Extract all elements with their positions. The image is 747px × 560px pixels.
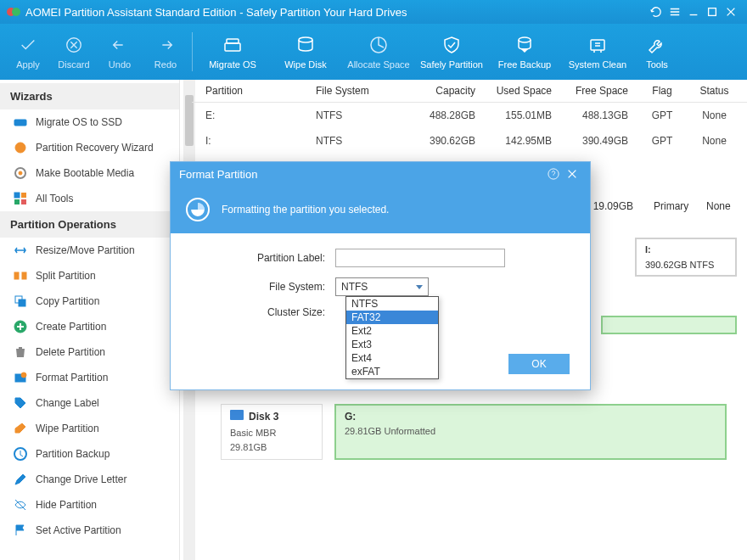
titlebar: AOMEI Partition Assistant Standard Editi… xyxy=(0,0,747,24)
table-row[interactable]: E: NTFS 488.28GB 155.01MB 488.13GB GPT N… xyxy=(192,103,747,128)
sidebar-item-label: Resize/Move Partition xyxy=(36,244,135,256)
sidebar-item-delete[interactable]: Delete Partition xyxy=(0,339,179,365)
table-row[interactable]: I: NTFS 390.62GB 142.95MB 390.49GB GPT N… xyxy=(192,128,747,154)
sidebar-item-copy[interactable]: Copy Partition xyxy=(0,288,179,314)
sidebar-item-driveletter[interactable]: Change Drive Letter xyxy=(0,467,179,492)
sidebar-item-label: Partition Backup xyxy=(36,448,110,460)
free-backup-button[interactable]: Free Backup xyxy=(488,24,561,80)
partition-box-g[interactable]: G: 29.81GB Unformatted xyxy=(334,404,727,460)
cell-stat: None xyxy=(691,109,738,121)
disk-size: 29.81GB xyxy=(230,442,267,452)
menu-icon[interactable] xyxy=(666,3,684,21)
undo-label: Undo xyxy=(109,59,131,70)
sidebar-item-alltools[interactable]: All Tools xyxy=(0,186,179,211)
sidebar-item-label: Change Label xyxy=(36,397,99,409)
sidebar-item-backup[interactable]: Partition Backup xyxy=(0,441,179,467)
col-capacity[interactable]: Capacity xyxy=(404,85,480,97)
sidebar-item-label: Create Partition xyxy=(36,321,106,333)
dialog-titlebar: Format Partition xyxy=(171,162,590,186)
minimize-icon[interactable] xyxy=(684,3,703,21)
partition-label-input[interactable] xyxy=(335,249,505,267)
apply-button[interactable]: Apply xyxy=(5,24,51,80)
migrate-icon xyxy=(222,34,244,56)
svg-rect-5 xyxy=(227,39,239,43)
dialog-title: Format Partition xyxy=(179,168,544,181)
sidebar-item-label: Change Drive Letter xyxy=(36,473,126,485)
col-free[interactable]: Free Space xyxy=(557,85,633,97)
sidebar-item-label: Wipe Partition xyxy=(36,423,99,434)
discard-label: Discard xyxy=(58,59,89,70)
grid-icon xyxy=(14,192,27,205)
fs-option-ntfs[interactable]: NTFS xyxy=(346,297,438,311)
cell-flag: GPT xyxy=(633,109,691,121)
svg-point-8 xyxy=(519,37,531,42)
create-icon xyxy=(14,320,27,333)
sidebar: Wizards Migrate OS to SSD Partition Reco… xyxy=(0,80,180,560)
undo-icon xyxy=(109,34,131,56)
sidebar-item-bootable[interactable]: Make Bootable Media xyxy=(0,160,179,186)
svg-rect-14 xyxy=(14,193,20,198)
col-flag[interactable]: Flag xyxy=(633,85,691,97)
shield-icon xyxy=(441,34,463,56)
partition-box-i[interactable]: I: 390.62GB NTFS xyxy=(635,238,737,277)
dialog-close-icon[interactable] xyxy=(563,165,581,183)
fs-option-exfat[interactable]: exFAT xyxy=(346,365,438,378)
tools-button[interactable]: Tools xyxy=(634,24,680,80)
sidebar-item-label: Partition Recovery Wizard xyxy=(36,142,154,154)
col-status[interactable]: Status xyxy=(691,85,738,97)
broom-icon xyxy=(14,422,27,435)
sidebar-item-migrate-ssd[interactable]: Migrate OS to SSD xyxy=(0,109,179,135)
wipe-disk-button[interactable]: Wipe Disk xyxy=(269,24,342,80)
filesystem-dropdown[interactable]: NTFS xyxy=(335,277,429,296)
wipe-icon xyxy=(295,34,317,56)
sidebar-item-split[interactable]: Split Partition xyxy=(0,263,179,288)
sidebar-item-create[interactable]: Create Partition xyxy=(0,314,179,339)
fs-option-ext3[interactable]: Ext3 xyxy=(346,338,438,351)
svg-rect-26 xyxy=(230,410,244,420)
col-partition[interactable]: Partition xyxy=(200,85,311,97)
clean-icon xyxy=(587,34,609,56)
undo-button[interactable]: Undo xyxy=(97,24,143,80)
sidebar-item-resize[interactable]: Resize/Move Partition xyxy=(0,238,179,263)
sidebar-item-hide[interactable]: Hide Partition xyxy=(0,492,179,518)
check-icon xyxy=(17,34,39,56)
wipe-label: Wipe Disk xyxy=(284,59,327,70)
help-icon[interactable] xyxy=(544,165,563,183)
col-filesystem[interactable]: File System xyxy=(311,85,404,97)
app-logo-icon xyxy=(7,5,20,19)
discard-icon xyxy=(63,34,85,56)
sidebar-item-recovery[interactable]: Partition Recovery Wizard xyxy=(0,135,179,160)
sidebar-item-label: Split Partition xyxy=(36,270,96,282)
dialog-banner-text: Formatting the partition you selected. xyxy=(222,204,389,216)
redo-button[interactable]: Redo xyxy=(143,24,188,80)
ok-button[interactable]: OK xyxy=(508,354,570,374)
migrate-os-button[interactable]: Migrate OS xyxy=(196,24,269,80)
cell-fs: NTFS xyxy=(311,109,404,121)
maximize-icon[interactable] xyxy=(703,3,722,21)
col-used[interactable]: Used Space xyxy=(480,85,557,97)
system-clean-button[interactable]: System Clean xyxy=(561,24,634,80)
disk-info-box[interactable]: Disk 3 Basic MBR29.81GB xyxy=(221,404,323,460)
safely-partition-button[interactable]: Safely Partition xyxy=(415,24,488,80)
main-toolbar: Apply Discard Undo Redo Migrate OS Wipe … xyxy=(0,24,747,80)
fs-option-fat32[interactable]: FAT32 xyxy=(346,311,438,324)
svg-rect-18 xyxy=(14,272,19,279)
refresh-icon[interactable] xyxy=(647,3,666,21)
sidebar-item-label: All Tools xyxy=(36,193,73,204)
sidebar-item-format[interactable]: Format Partition xyxy=(0,365,179,390)
cell-free: 488.13GB xyxy=(557,109,633,121)
backup-small-icon xyxy=(14,447,27,461)
sidebar-item-wipe[interactable]: Wipe Partition xyxy=(0,416,179,441)
tag-icon xyxy=(14,396,27,410)
close-icon[interactable] xyxy=(722,3,740,21)
sidebar-item-setactive[interactable]: Set Active Partition xyxy=(0,518,179,543)
allocate-space-button[interactable]: Allocate Space xyxy=(342,24,415,80)
sidebar-item-label[interactable]: Change Label xyxy=(0,390,179,416)
fs-option-ext4[interactable]: Ext4 xyxy=(346,351,438,365)
wrench-icon xyxy=(646,34,668,56)
discard-button[interactable]: Discard xyxy=(51,24,97,80)
cell-used: 155.01MB xyxy=(480,109,557,121)
svg-rect-21 xyxy=(19,300,25,306)
backup-icon xyxy=(514,34,536,56)
fs-option-ext2[interactable]: Ext2 xyxy=(346,324,438,338)
